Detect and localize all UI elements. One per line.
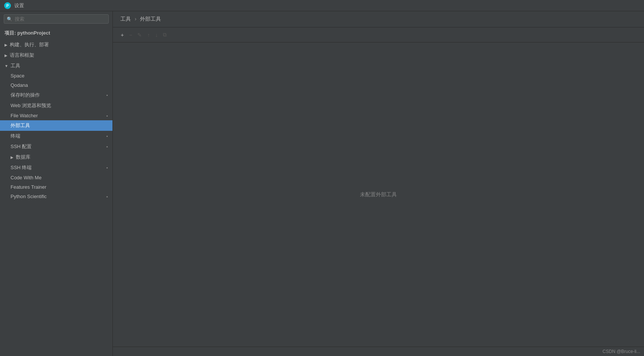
breadcrumb-separator: › xyxy=(135,16,137,22)
sidebar: 🔍 项目: pythonProject ▶ 构建、执行、部署 ▶ 语言和框架 xyxy=(0,11,113,356)
badge-icon: ▪ xyxy=(106,134,108,138)
chevron-right-icon: ▶ xyxy=(5,53,8,58)
sidebar-item-tools[interactable]: ▼ 工具 xyxy=(0,61,112,71)
title-bar-text: 设置 xyxy=(14,2,24,9)
content-area: 未配置外部工具 xyxy=(113,42,644,347)
sidebar-item-web-browser[interactable]: Web 浏览器和预览 xyxy=(0,100,112,111)
badge-icon: ▪ xyxy=(106,114,108,118)
sidebar-item-python-scientific[interactable]: Python Scientific ▪ xyxy=(0,192,112,201)
sidebar-item-build-run-deploy[interactable]: ▶ 构建、执行、部署 xyxy=(0,39,112,50)
badge-icon: ▪ xyxy=(106,165,108,170)
status-text: CSDN @Bruce-li... xyxy=(603,349,640,354)
sidebar-item-external-tools[interactable]: 外部工具 xyxy=(0,120,112,131)
breadcrumb: 工具 › 外部工具 xyxy=(113,11,644,27)
sidebar-item-qodana[interactable]: Qodana xyxy=(0,80,112,90)
main-content: 工具 › 外部工具 + − ✎ ↑ ↓ ⧉ 未配置外部工具 CSDN @Bruc… xyxy=(113,11,644,356)
sidebar-item-lang-frameworks[interactable]: ▶ 语言和框架 xyxy=(0,50,112,61)
breadcrumb-current: 外部工具 xyxy=(140,16,161,22)
svg-text:P: P xyxy=(6,4,9,8)
nav-group-tools: ▼ 工具 Space Qodana 保存时的操作 ▪ xyxy=(0,61,112,201)
move-up-button[interactable]: ↑ xyxy=(145,31,152,39)
project-label: 项目: pythonProject xyxy=(0,27,112,39)
remove-button[interactable]: − xyxy=(127,31,134,39)
tools-children: Space Qodana 保存时的操作 ▪ Web 浏览器和预览 xyxy=(0,71,112,201)
nav-group-lang: ▶ 语言和框架 xyxy=(0,50,112,61)
sidebar-content: 项目: pythonProject ▶ 构建、执行、部署 ▶ 语言和框架 ▼ xyxy=(0,27,112,356)
chevron-right-icon: ▶ xyxy=(5,43,8,47)
chevron-down-icon: ▼ xyxy=(5,64,8,68)
sidebar-item-ssh-terminal[interactable]: SSH 终端 ▪ xyxy=(0,162,112,173)
copy-button[interactable]: ⧉ xyxy=(161,30,169,39)
sidebar-item-features-trainer[interactable]: Features Trainer xyxy=(0,182,112,192)
toolbar: + − ✎ ↑ ↓ ⧉ xyxy=(113,27,644,42)
chevron-right-icon: ▶ xyxy=(11,155,14,159)
breadcrumb-parent: 工具 xyxy=(120,16,131,22)
edit-button[interactable]: ✎ xyxy=(135,31,144,39)
search-box: 🔍 xyxy=(4,14,109,24)
main-container: 🔍 项目: pythonProject ▶ 构建、执行、部署 ▶ 语言和框架 xyxy=(0,11,644,356)
empty-message: 未配置外部工具 xyxy=(360,191,397,198)
sidebar-item-space[interactable]: Space xyxy=(0,71,112,80)
title-bar: P 设置 xyxy=(0,0,644,11)
search-icon: 🔍 xyxy=(7,17,12,22)
sidebar-item-file-watcher[interactable]: File Watcher ▪ xyxy=(0,111,112,120)
nav-group-build: ▶ 构建、执行、部署 xyxy=(0,39,112,50)
search-input[interactable] xyxy=(4,14,109,24)
sidebar-item-code-with-me[interactable]: Code With Me xyxy=(0,173,112,182)
badge-icon: ▪ xyxy=(106,93,108,97)
badge-icon: ▪ xyxy=(106,194,108,199)
app-logo: P xyxy=(4,2,11,9)
sidebar-item-ssh-config[interactable]: SSH 配置 ▪ xyxy=(0,141,112,152)
badge-icon: ▪ xyxy=(106,144,108,149)
move-down-button[interactable]: ↓ xyxy=(153,31,159,39)
sidebar-item-terminal[interactable]: 终端 ▪ xyxy=(0,131,112,141)
sidebar-item-save-actions[interactable]: 保存时的操作 ▪ xyxy=(0,90,112,100)
status-bar: CSDN @Bruce-li... xyxy=(113,347,644,356)
sidebar-item-database[interactable]: ▶ 数据库 xyxy=(0,152,112,162)
add-button[interactable]: + xyxy=(119,31,126,39)
